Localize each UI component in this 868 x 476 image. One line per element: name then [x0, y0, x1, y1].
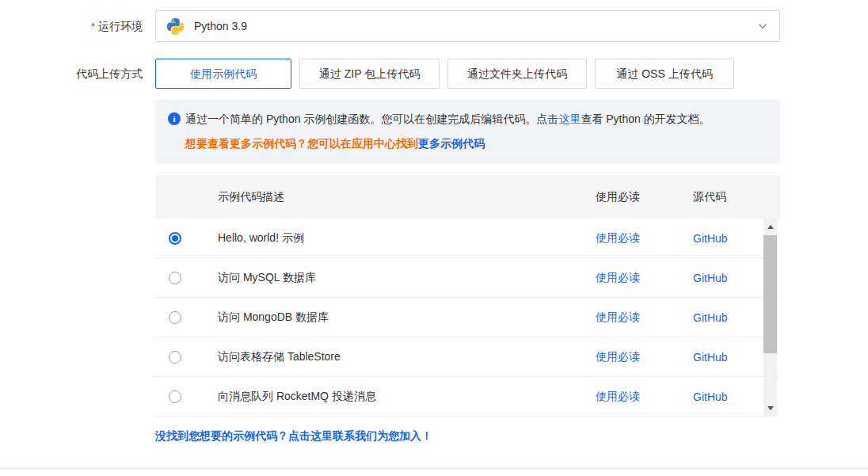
sample-desc: 访问表格存储 TableStore [218, 350, 596, 364]
radio-tablestore[interactable] [169, 351, 181, 364]
table-body: Hello, world! 示例 使用必读 GitHub 访问 MySQL 数据… [155, 219, 780, 417]
radio-mysql[interactable] [169, 272, 181, 284]
read-first-link[interactable]: 使用必读 [596, 231, 640, 244]
table-row: 访问 MongoDB 数据库 使用必读 GitHub [155, 298, 780, 337]
table-row: Hello, world! 示例 使用必读 GitHub [155, 219, 780, 258]
github-link[interactable]: GitHub [693, 311, 728, 324]
tab-zip-upload[interactable]: 通过 ZIP 包上传代码 [299, 59, 440, 89]
radio-mongodb[interactable] [169, 311, 181, 324]
table-row: 访问 MySQL 数据库 使用必读 GitHub [155, 258, 780, 298]
table-row: 向消息队列 RocketMQ 投递消息 使用必读 GitHub [155, 377, 780, 417]
table-row: 访问表格存储 TableStore 使用必读 GitHub [155, 337, 780, 377]
info-icon: i [168, 112, 181, 125]
upload-method-tabs: 使用示例代码 通过 ZIP 包上传代码 通过文件夹上传代码 通过 OSS 上传代… [155, 59, 780, 89]
sample-desc: 访问 MongoDB 数据库 [218, 310, 596, 325]
docs-here-link[interactable]: 这里 [558, 112, 581, 125]
runtime-row: *运行环境 Python 3.9 [0, 10, 868, 42]
read-first-link[interactable]: 使用必读 [596, 350, 640, 363]
read-first-link[interactable]: 使用必读 [596, 310, 640, 323]
radio-hello-world[interactable] [169, 232, 181, 245]
more-samples-text: 想要查看更多示例代码？您可以在应用中心找到 [185, 137, 418, 150]
scroll-down-icon[interactable] [763, 402, 777, 415]
sample-desc: Hello, world! 示例 [218, 231, 596, 246]
code-upload-row: 代码上传方式 使用示例代码 通过 ZIP 包上传代码 通过文件夹上传代码 通过 … [0, 59, 868, 444]
read-first-link[interactable]: 使用必读 [596, 271, 640, 284]
runtime-label-text: 运行环境 [98, 20, 143, 32]
info-text: 通过一个简单的 Python 示例创建函数。您可以在创建完成后编辑代码。点击这里… [185, 110, 710, 128]
sample-code-table: 示例代码描述 使用必读 源代码 Hello, world! 示例 使用必读 Gi… [155, 175, 780, 417]
info-text-post: 查看 Python 的开发文档。 [581, 112, 710, 125]
table-header: 示例代码描述 使用必读 源代码 [155, 175, 780, 219]
runtime-select[interactable]: Python 3.9 [155, 10, 780, 42]
more-samples-hint: 想要查看更多示例代码？您可以在应用中心找到更多示例代码 [185, 135, 767, 152]
github-link[interactable]: GitHub [693, 272, 728, 284]
sample-desc: 访问 MySQL 数据库 [218, 271, 596, 285]
scrollbar-thumb[interactable] [763, 235, 777, 353]
contact-us-link[interactable]: 没找到您想要的示例代码？点击这里联系我们为您加入！ [155, 428, 432, 444]
required-asterisk: * [91, 21, 95, 32]
upload-method-label: 代码上传方式 [0, 59, 143, 444]
more-samples-link[interactable]: 更多示例代码 [418, 137, 485, 150]
python-icon [167, 18, 184, 35]
header-desc: 示例代码描述 [155, 190, 596, 204]
header-source: 源代码 [693, 190, 780, 204]
read-first-link[interactable]: 使用必读 [596, 390, 640, 402]
tab-folder-upload[interactable]: 通过文件夹上传代码 [447, 59, 587, 89]
github-link[interactable]: GitHub [693, 390, 728, 403]
runtime-label: *运行环境 [0, 10, 143, 42]
info-banner: i 通过一个简单的 Python 示例创建函数。您可以在创建完成后编辑代码。点击… [155, 100, 780, 164]
github-link[interactable]: GitHub [693, 232, 728, 245]
create-function-form: *运行环境 Python 3.9 代码上传方式 使用示例代码 通过 ZIP 包上… [0, 0, 868, 444]
bottom-divider [0, 468, 868, 469]
header-read: 使用必读 [596, 190, 693, 204]
tab-oss-upload[interactable]: 通过 OSS 上传代码 [595, 59, 734, 89]
info-text-pre: 通过一个简单的 Python 示例创建函数。您可以在创建完成后编辑代码。点击 [185, 112, 558, 125]
runtime-value: Python 3.9 [194, 20, 247, 32]
radio-rocketmq[interactable] [169, 390, 181, 403]
chevron-down-icon [757, 21, 768, 32]
scroll-up-icon[interactable] [763, 220, 777, 234]
table-scrollbar[interactable] [763, 219, 777, 417]
tab-sample-code[interactable]: 使用示例代码 [155, 59, 291, 89]
sample-desc: 向消息队列 RocketMQ 投递消息 [218, 390, 596, 404]
github-link[interactable]: GitHub [693, 351, 728, 364]
